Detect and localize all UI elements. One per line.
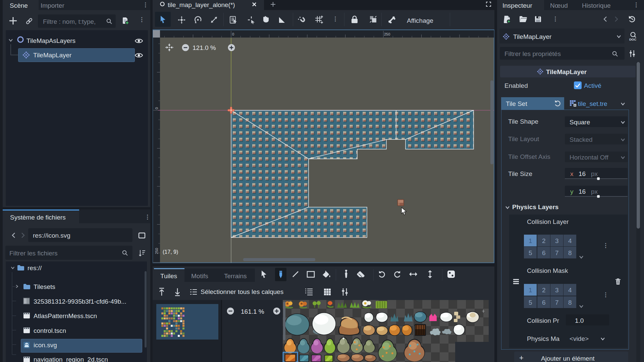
svg-text:(17, 9): (17, 9) — [163, 249, 178, 255]
svg-text:DOC: DOC — [629, 38, 636, 41]
svg-text:121.0 %: 121.0 % — [193, 44, 216, 51]
